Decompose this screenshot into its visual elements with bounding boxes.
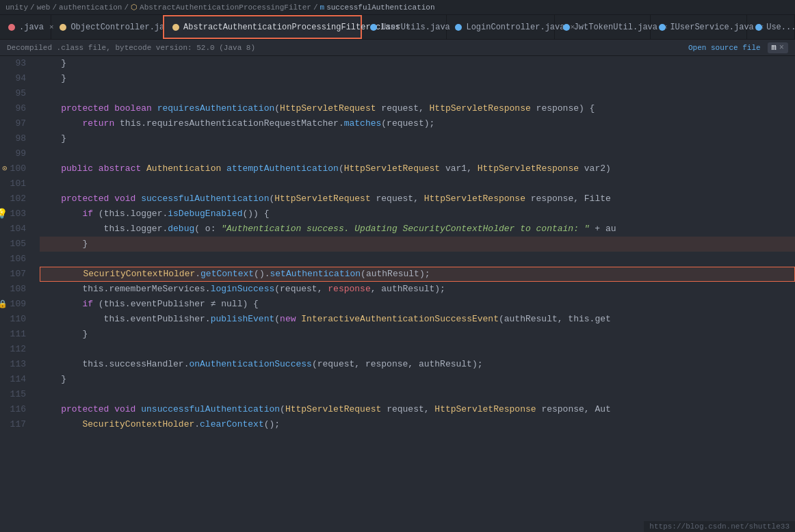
breadcrumb-unity[interactable]: unity xyxy=(5,3,28,12)
breadcrumb-filter-icon: ⬡ xyxy=(131,3,138,12)
reader-mode-button[interactable]: Open source file xyxy=(688,44,761,52)
line-number: 108 xyxy=(10,282,26,297)
code-line-106 xyxy=(40,252,795,267)
breadcrumb-authentication[interactable]: authentication xyxy=(59,3,122,12)
sep1: / xyxy=(30,3,35,12)
tab-iuser-service[interactable]: IUserService.java × xyxy=(651,15,747,39)
debug-icon: ⊙ xyxy=(2,161,7,176)
token: HttpServletRequest xyxy=(344,161,440,176)
token: } xyxy=(40,372,66,387)
line-number: 106 xyxy=(10,252,26,267)
line-number: 107 xyxy=(10,267,26,282)
token: . xyxy=(195,267,200,282)
token: if xyxy=(40,297,99,312)
tab-icon-iuser-service xyxy=(659,24,666,31)
token: attemptAuthentication xyxy=(226,161,339,176)
code-line-108: this.rememberMeServices.loginSuccess(req… xyxy=(40,282,795,297)
code-line-110: this.eventPublisher.publishEvent(new Int… xyxy=(40,312,795,327)
line-number: 105 xyxy=(10,237,26,252)
code-line-97: return this.requiresAuthenticationReques… xyxy=(40,116,795,131)
line-number: 109 xyxy=(10,297,26,312)
gutter-line-113: 113 xyxy=(0,357,26,372)
gutter-line-116: 116 xyxy=(0,402,26,417)
line-number: 96 xyxy=(15,101,26,116)
token: } xyxy=(40,131,66,146)
token: var2) xyxy=(579,161,611,176)
token: ()) { xyxy=(242,207,269,222)
tab-user-utils[interactable]: UserUtils.java × xyxy=(362,15,447,39)
token: clearContext xyxy=(200,417,264,432)
gutter-line-115: 115 xyxy=(0,387,26,402)
token: , authResult); xyxy=(371,282,445,297)
token: setAuthentication xyxy=(270,267,361,282)
token: ( xyxy=(274,312,280,327)
tab-abstract-auth[interactable]: AbstractAuthenticationProcessingFilter.c… xyxy=(163,15,362,39)
gutter-line-94: 94 xyxy=(0,71,26,86)
line-number: 115 xyxy=(10,387,26,402)
token: loginSuccess xyxy=(211,282,275,297)
token: } xyxy=(40,327,88,342)
code-line-99 xyxy=(40,146,795,161)
token: this.successHandler. xyxy=(40,357,189,372)
tab-object-controller[interactable]: ObjectController.java × xyxy=(51,15,163,39)
token: (); xyxy=(264,417,280,432)
token: response, xyxy=(525,191,584,207)
gutter-line-103: 💡103 xyxy=(0,207,26,222)
code-line-109: if (this.eventPublisher ≠ null) { xyxy=(40,297,795,312)
code-line-103: if (this.logger.isDebugEnabled()) { xyxy=(40,207,795,222)
token: requiresAuthentication xyxy=(157,101,275,116)
tab-use[interactable]: Use... xyxy=(747,15,795,39)
tab-label-object-controller: ObjectController.java xyxy=(70,23,174,32)
token: HttpServletResponse xyxy=(434,402,536,417)
gutter-line-101: 101 xyxy=(0,176,26,191)
breadcrumb-method-icon: m xyxy=(320,3,325,12)
token: SecurityContextHolder xyxy=(82,417,194,432)
breadcrumb-web[interactable]: web xyxy=(37,3,51,12)
code-line-101 xyxy=(40,176,795,191)
tab-unity[interactable]: .java × xyxy=(0,15,51,39)
tab-label-jwt-token-util: JwtTokenUtil.java xyxy=(574,23,657,32)
token: (authResult, this.get xyxy=(499,312,611,327)
tab-icon-user-utils xyxy=(370,24,377,31)
code-line-100: public abstract Authentication attemptAu… xyxy=(40,161,795,176)
breadcrumb-method[interactable]: successfulAuthentication xyxy=(326,3,434,12)
line-number: 97 xyxy=(15,116,26,131)
sep2: / xyxy=(52,3,57,12)
breadcrumb-filter[interactable]: AbstractAuthenticationProcessingFilter xyxy=(140,3,311,12)
tab-icon-use xyxy=(755,24,762,31)
code-line-105: } xyxy=(40,237,795,252)
gutter-line-114: 114 xyxy=(0,372,26,387)
debug-dot-icon: 💡 xyxy=(0,207,8,222)
token: HttpServletResponse xyxy=(478,161,579,176)
token: (request, response, authResult); xyxy=(312,357,483,372)
token: protected xyxy=(40,402,114,417)
code-line-114: } xyxy=(40,372,795,387)
token: } xyxy=(40,71,66,86)
tab-icon-unity xyxy=(8,24,15,31)
code-line-113: this.successHandler.onAuthenticationSucc… xyxy=(40,357,795,372)
line-number: 102 xyxy=(10,191,26,207)
token: getContext xyxy=(200,267,254,282)
code-line-94: } xyxy=(40,71,795,86)
tab-login-controller[interactable]: LoginController.java × xyxy=(447,15,554,39)
line-number: 113 xyxy=(10,357,26,372)
tab-jwt-token-util[interactable]: JwtTokenUtil.java × xyxy=(555,15,651,39)
token: public xyxy=(40,161,99,176)
code-line-95 xyxy=(40,86,795,101)
code-area[interactable]: } } protected boolean requiresAuthentica… xyxy=(34,56,795,532)
line-number: 98 xyxy=(15,131,26,146)
token: ( xyxy=(280,402,285,417)
token: ( xyxy=(274,101,280,116)
gutter-line-105: 105 xyxy=(0,237,26,252)
close-badge[interactable]: × xyxy=(779,43,784,53)
gutter-line-104: 104 xyxy=(0,222,26,237)
line-number: 95 xyxy=(15,86,26,101)
token: + au xyxy=(590,222,616,237)
token: (). xyxy=(254,267,270,282)
code-line-98: } xyxy=(40,131,795,146)
gutter-line-95: 95 xyxy=(0,86,26,101)
breadcrumb-bar: unity / web / authentication / ⬡ Abstrac… xyxy=(0,0,795,15)
token: request, xyxy=(381,402,434,417)
token: new xyxy=(280,312,301,327)
token: (authResult); xyxy=(361,267,430,282)
